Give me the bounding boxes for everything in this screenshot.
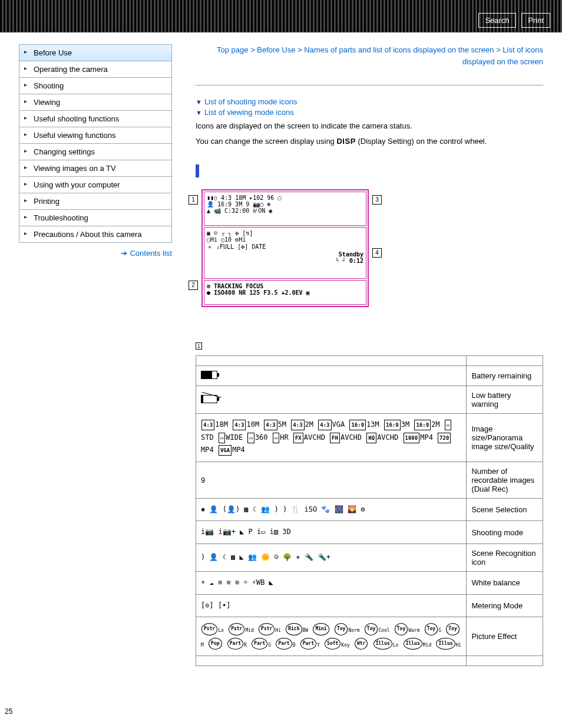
diagram-area-2: ⊕ TRACKING FOCUS ● ISO400 NR 125 F3.5 +2… (204, 280, 366, 305)
sidebar-item[interactable]: Viewing images on a TV (19, 160, 171, 177)
page-number: 25 (5, 707, 562, 716)
diagram-area-3-4: ▣ ☺ ┌ ┐ ✜ [↯] ▢Hi ◯10 ⚙Hi ＋ ⇣FULL [✜] DA… (204, 227, 366, 279)
contents-list-link[interactable]: ➔Contents list (19, 249, 172, 258)
sidebar-item[interactable]: Using with your computer (19, 177, 171, 193)
sidebar-item[interactable]: Useful viewing functions (19, 127, 171, 144)
table-row: [⊙] [•]Metering Mode (196, 594, 543, 617)
scene-recognition-icons: ) 👤 ☾ ▩ ◣ 👥 🌼 ☺ 🌳 ✶ 🔦 🔦+ (196, 543, 467, 571)
link-viewing-icons[interactable]: List of viewing mode icons (196, 108, 543, 117)
sidebar-item[interactable]: Shooting (19, 78, 171, 94)
sidebar-item[interactable]: Precautions / About this camera (19, 226, 171, 242)
table-row: Battery remaining (196, 366, 543, 386)
link-shooting-icons[interactable]: List of shooting mode icons (196, 97, 543, 106)
search-button[interactable]: Search (478, 13, 515, 28)
table-row: Low battery warning (196, 386, 543, 414)
table-row: PstrLo PstrMid PstrHi RichBW Mini ToyNor… (196, 617, 543, 656)
disp-icon: DISP (336, 136, 355, 147)
callout-1: 1 (189, 195, 198, 205)
battery-icon (201, 371, 217, 379)
shooting-mode-icons: i📷 i📷+ ◣ P i▭ i▥ 3D (196, 521, 467, 544)
top-banner: Search Print (0, 0, 562, 32)
section-marker (196, 164, 199, 177)
section-number-1: 1 (196, 342, 202, 350)
crumb-top[interactable]: Top page (217, 45, 249, 54)
table-row: 4:318M 4:310M 4:35M 4:32M 4:3VGA 16:913M… (196, 414, 543, 462)
callout-2: 2 (189, 281, 198, 290)
picture-effect-icons: PstrLo PstrMid PstrHi RichBW Mini ToyNor… (196, 617, 467, 656)
table-row: ☀ ☁ ≋ ≋ ≋ ☼ ⚡WB ◣White balance (196, 571, 543, 594)
image-size-icons: 4:318M 4:310M 4:35M 4:32M 4:3VGA 16:913M… (196, 414, 467, 462)
scene-selection-icons: ✺ 👤 (👤) ▩ ☾ 👥 ) ) 🍴 iSO 🐾 🎆 🌄 ⚙ (196, 498, 467, 521)
callout-4: 4 (372, 248, 382, 258)
sidebar-item[interactable]: Viewing (19, 94, 171, 111)
battery-low-icon (201, 395, 217, 403)
callout-3: 3 (372, 195, 382, 205)
sidebar-item[interactable]: Operating the camera (19, 61, 171, 78)
table-row: ✺ 👤 (👤) ▩ ☾ 👥 ) ) 🍴 iSO 🐾 🎆 🌄 ⚙Scene Sel… (196, 498, 543, 521)
table-row: 9Number of recordable images (Dual Rec) (196, 462, 543, 498)
diagram-area-1: ▮▮▯ 4:3 18M ▸102 96 ▢ 👤 16:9 3M 9 📷◯ ⊛ ▲… (204, 192, 366, 226)
sidebar-nav: Before UseOperating the cameraShootingVi… (19, 44, 172, 243)
sidebar-item[interactable]: Changing settings (19, 144, 171, 160)
table-row (196, 655, 543, 666)
crumb-names[interactable]: Names of parts and list of icons display… (304, 45, 494, 54)
crumb-before-use[interactable]: Before Use (257, 45, 295, 54)
white-balance-icons: ☀ ☁ ≋ ≋ ≋ ☼ ⚡WB ◣ (196, 571, 467, 594)
table-row: ) 👤 ☾ ▩ ◣ 👥 🌼 ☺ 🌳 ✶ 🔦 🔦+Scene Recognitio… (196, 543, 543, 571)
table-row: i📷 i📷+ ◣ P i▭ i▥ 3DShooting mode (196, 521, 543, 544)
screen-diagram: 1 2 3 4 ▮▮▯ 4:3 18M ▸102 96 ▢ 👤 16:9 3M … (196, 183, 543, 313)
sidebar-item[interactable]: Troubleshooting (19, 210, 171, 226)
breadcrumb: Top page > Before Use > Names of parts a… (196, 44, 543, 67)
sidebar-item[interactable]: Printing (19, 193, 171, 210)
metering-mode-icons: [⊙] [•] (196, 594, 467, 617)
icon-table: Battery remaining Low battery warning 4:… (196, 355, 543, 666)
print-button[interactable]: Print (521, 13, 550, 28)
intro-text-2: You can change the screen display using … (196, 136, 543, 147)
sidebar-item[interactable]: Before Use (19, 45, 171, 61)
intro-text-1: Icons are displayed on the screen to ind… (196, 120, 543, 132)
sidebar-item[interactable]: Useful shooting functions (19, 111, 171, 127)
